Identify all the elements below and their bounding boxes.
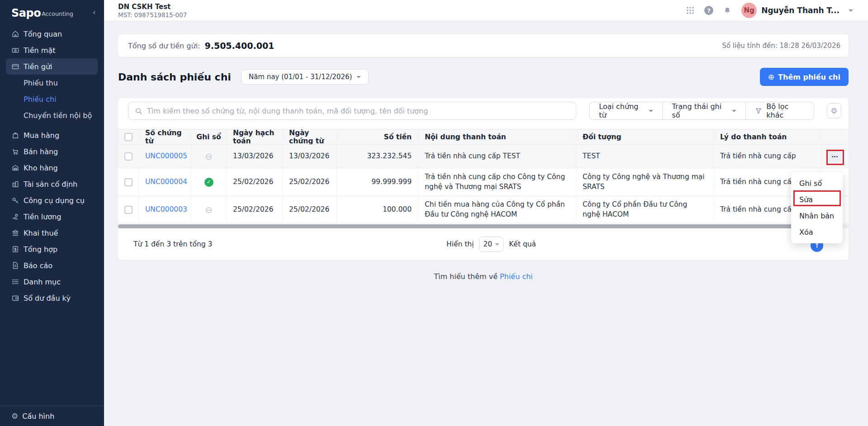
search-box bbox=[128, 102, 576, 120]
doc-date: 13/03/2026 bbox=[282, 145, 337, 168]
filter-doc-type[interactable]: Loại chứng từ bbox=[590, 102, 662, 119]
sidebar-item-tien-gui[interactable]: Tiền gửi bbox=[6, 58, 98, 75]
payment-content: Trả tiền nhà cung cấp cho Công ty Công n… bbox=[418, 168, 576, 196]
sidebar: Sapo Accounting ‹ Tổng quan Tiền mặt Tiề… bbox=[0, 0, 104, 426]
row-more-actions-button[interactable]: ••• bbox=[828, 151, 842, 162]
sidebar-item-so-du-dau-ky[interactable]: Sổ dư đầu kỳ bbox=[0, 290, 104, 306]
row-actions-context-menu: Ghi sổ Sửa Nhân bản Xóa bbox=[791, 172, 843, 243]
payment-content: Chi tiền mua hàng của Công ty Cổ phần Đầ… bbox=[418, 196, 576, 223]
amount: 100.000 bbox=[337, 196, 418, 223]
card-icon bbox=[11, 62, 19, 71]
sidebar-item-kho-hang[interactable]: Kho hàng bbox=[0, 160, 104, 176]
menu-item-xoa[interactable]: Xóa bbox=[791, 224, 843, 240]
filter-more[interactable]: Bộ lọc khác bbox=[745, 102, 813, 119]
select-all-checkbox[interactable] bbox=[124, 133, 133, 141]
sidebar-item-tong-quan[interactable]: Tổng quan bbox=[0, 26, 104, 42]
chevron-down-icon bbox=[732, 110, 736, 112]
help-icon[interactable]: ? bbox=[704, 6, 713, 15]
date-range-dropdown[interactable]: Năm nay (01/01 - 31/12/2026) bbox=[241, 69, 369, 85]
table-row[interactable]: UNC000003 ⊖ 25/02/2026 25/02/2026 100.00… bbox=[118, 196, 849, 223]
company-block: DN CSKH Test MST: 0987519815-007 bbox=[118, 3, 187, 19]
posted-status-icon: ✓ bbox=[204, 178, 213, 187]
col-header-ly-do: Lý do thanh toán bbox=[713, 129, 821, 144]
summary-as-of: Số liệu tính đến: 18:28 26/03/2026 bbox=[722, 42, 840, 50]
sidebar-item-tien-luong[interactable]: Tiền lương bbox=[0, 208, 104, 225]
amount: 323.232.545 bbox=[337, 145, 418, 168]
sidebar-item-phieu-thu[interactable]: Phiếu thu bbox=[0, 75, 104, 91]
page-size-label: Hiển thị bbox=[446, 240, 474, 248]
row-checkbox[interactable] bbox=[124, 178, 133, 186]
sidebar-item-chuyen-tien-noi-bo[interactable]: Chuyển tiền nội bộ bbox=[0, 107, 104, 123]
sidebar-item-ban-hang[interactable]: Bán hàng bbox=[0, 143, 104, 160]
sidebar-item-khai-thue[interactable]: Khai thuế bbox=[0, 225, 104, 241]
apps-grid-icon[interactable] bbox=[686, 6, 694, 14]
logo-suffix: Accounting bbox=[42, 10, 73, 17]
company-tax-code: MST: 0987519815-007 bbox=[118, 11, 187, 19]
col-header-so-chung-tu: Số chứng từ bbox=[138, 129, 191, 144]
posting-date: 25/02/2026 bbox=[226, 196, 282, 223]
plus-circle-icon: ⊕ bbox=[768, 72, 774, 81]
summary-label: Tổng số dư tiền gửi: bbox=[128, 42, 200, 50]
sidebar-item-tong-hop[interactable]: Tổng hợp bbox=[0, 241, 104, 257]
ledger-icon bbox=[11, 245, 19, 253]
sidebar-item-cau-hinh[interactable]: ⚙ Cấu hình bbox=[0, 406, 104, 426]
menu-item-nhan-ban[interactable]: Nhân bản bbox=[791, 208, 843, 224]
chevron-down-icon bbox=[495, 243, 499, 246]
filter-group: Loại chứng từ Trạng thái ghi sổ Bộ lọc k… bbox=[589, 102, 814, 120]
summary-amount: 9.505.400.001 bbox=[204, 41, 274, 51]
funnel-icon bbox=[755, 107, 762, 114]
topbar: DN CSKH Test MST: 0987519815-007 ? Ng Ng… bbox=[104, 0, 868, 21]
menu-item-sua[interactable]: Sửa bbox=[791, 191, 843, 208]
chevron-down-icon bbox=[849, 9, 853, 12]
key-icon bbox=[11, 196, 19, 204]
results-label: Kết quả bbox=[509, 240, 536, 248]
unposted-status-icon: ⊖ bbox=[205, 152, 213, 161]
menu-item-ghi-so[interactable]: Ghi sổ bbox=[791, 175, 843, 191]
chevron-down-icon bbox=[649, 110, 653, 112]
scrollbar-thumb[interactable] bbox=[118, 224, 792, 228]
add-payment-voucher-button[interactable]: ⊕ Thêm phiếu chi bbox=[760, 68, 849, 86]
page-size-select[interactable]: 20 bbox=[479, 237, 503, 252]
sidebar-item-danh-muc[interactable]: Danh mục bbox=[0, 274, 104, 290]
voucher-code-link[interactable]: UNC000005 bbox=[145, 151, 187, 161]
cash-icon bbox=[11, 46, 19, 54]
sidebar-item-mua-hang[interactable]: Mua hàng bbox=[0, 127, 104, 143]
partner: TEST bbox=[576, 145, 713, 168]
user-name: Nguyễn Thanh T... bbox=[761, 6, 840, 15]
voucher-table-card: Loại chứng từ Trạng thái ghi sổ Bộ lọc k… bbox=[118, 98, 849, 260]
learn-more-line: Tìm hiểu thêm về Phiếu chi bbox=[118, 272, 849, 281]
filter-posting-status[interactable]: Trạng thái ghi sổ bbox=[662, 102, 745, 119]
row-checkbox[interactable] bbox=[124, 206, 133, 214]
sidebar-item-tai-san-co-dinh[interactable]: Tài sản cố định bbox=[0, 176, 104, 192]
summary-card: Tổng số dư tiền gửi: 9.505.400.001 Số li… bbox=[118, 34, 849, 57]
sidebar-item-tien-mat[interactable]: Tiền mặt bbox=[0, 42, 104, 58]
wallet-icon bbox=[11, 294, 19, 302]
table-row[interactable]: UNC000004 ✓ 25/02/2026 25/02/2026 99.999… bbox=[118, 168, 849, 196]
sidebar-collapse-icon[interactable]: ‹ bbox=[93, 7, 96, 17]
partner: Công ty Cổ phần Đầu tư Công nghệ HACOM bbox=[576, 196, 713, 223]
cart-icon bbox=[11, 147, 19, 156]
sidebar-item-cong-cu-dung-cu[interactable]: Công cụ dụng cụ bbox=[0, 192, 104, 208]
search-input[interactable] bbox=[147, 107, 576, 115]
doc-date: 25/02/2026 bbox=[282, 196, 337, 223]
salary-icon bbox=[11, 213, 19, 221]
sidebar-item-bao-cao[interactable]: Báo cáo bbox=[0, 257, 104, 274]
learn-more-link[interactable]: Phiếu chi bbox=[500, 272, 533, 281]
app-logo: Sapo Accounting ‹ bbox=[0, 0, 104, 26]
sidebar-item-phieu-chi[interactable]: Phiếu chi bbox=[0, 91, 104, 107]
notification-bell-icon[interactable] bbox=[723, 6, 731, 15]
col-header-so-tien: Số tiền bbox=[337, 129, 418, 144]
table-footer: Từ 1 đến 3 trên tổng 3 Hiển thị 20 Kết q… bbox=[118, 228, 849, 260]
user-menu[interactable]: Ng Nguyễn Thanh T... bbox=[741, 3, 853, 18]
col-header-ghi-so: Ghi sổ bbox=[191, 129, 226, 144]
voucher-code-link[interactable]: UNC000004 bbox=[145, 177, 187, 187]
warehouse-icon bbox=[11, 164, 19, 172]
bank-icon bbox=[11, 229, 19, 237]
table-row[interactable]: UNC000005 ⊖ 13/03/2026 13/03/2026 323.23… bbox=[118, 145, 849, 168]
report-icon bbox=[11, 261, 19, 270]
voucher-code-link[interactable]: UNC000003 bbox=[145, 205, 187, 215]
row-checkbox[interactable] bbox=[124, 152, 133, 161]
search-icon bbox=[135, 107, 142, 115]
partner: Công ty Công nghệ và Thương mại SRATS bbox=[576, 168, 713, 196]
table-settings-gear-icon[interactable]: ⚙ bbox=[827, 103, 841, 118]
